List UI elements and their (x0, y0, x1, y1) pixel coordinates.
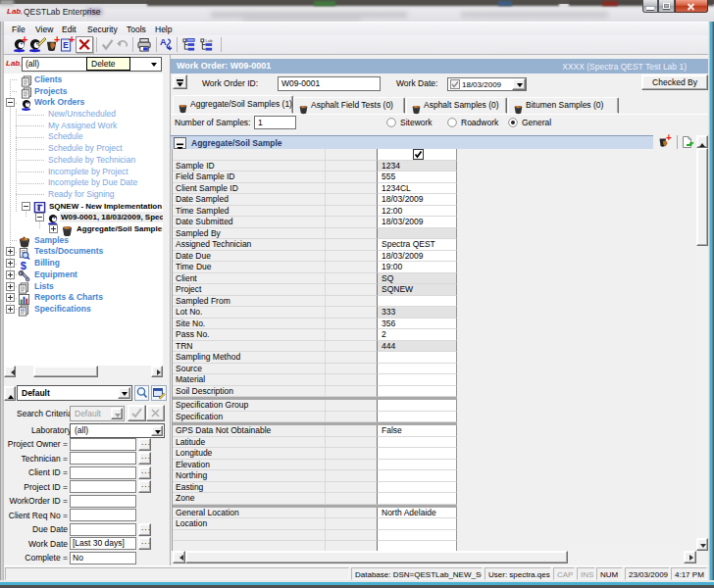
svg-text:A: A (160, 37, 167, 47)
svg-text:Lab: Lab (206, 38, 214, 43)
